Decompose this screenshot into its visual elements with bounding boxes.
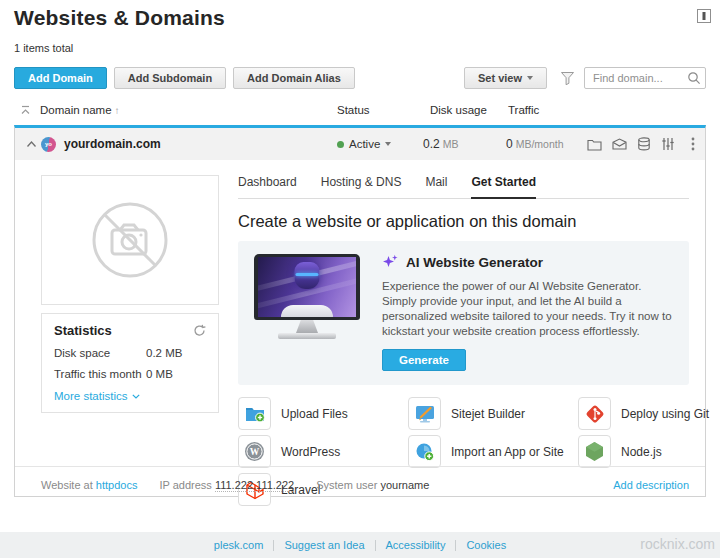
list-header: Domain name↑ Status Disk usage Traffic bbox=[0, 89, 720, 125]
stat-traffic-month: Traffic this month 0 MB bbox=[54, 368, 206, 380]
websites-domains-page: Websites & Domains 1 items total Add Dom… bbox=[0, 0, 720, 558]
watermark: rocknix.com bbox=[640, 536, 715, 552]
domain-name[interactable]: yourdomain.com bbox=[64, 137, 161, 151]
robot-monitor-image bbox=[254, 254, 360, 371]
page-footer: plesk.com Suggest an Idea Accessibility … bbox=[0, 532, 720, 558]
search-icon[interactable] bbox=[687, 71, 701, 85]
footer-link-cookies[interactable]: Cookies bbox=[456, 539, 516, 551]
traffic-value: 0MB/month bbox=[506, 137, 564, 151]
settings-sliders-icon[interactable] bbox=[661, 137, 675, 151]
tab-mail[interactable]: Mail bbox=[425, 175, 447, 198]
tab-hosting-dns[interactable]: Hosting & DNS bbox=[321, 175, 402, 198]
collapse-all-icon[interactable] bbox=[14, 105, 40, 116]
more-statistics-link[interactable]: More statistics bbox=[54, 390, 206, 402]
chevron-down-icon bbox=[385, 142, 391, 146]
sort-asc-icon: ↑ bbox=[115, 105, 120, 116]
footer-link-plesk[interactable]: plesk.com bbox=[204, 539, 274, 551]
site-preview-placeholder bbox=[41, 175, 219, 305]
tab-dashboard[interactable]: Dashboard bbox=[238, 175, 297, 198]
tab-get-started[interactable]: Get Started bbox=[471, 175, 536, 199]
set-view-label: Set view bbox=[478, 68, 522, 88]
add-domain-button[interactable]: Add Domain bbox=[14, 67, 107, 89]
collapse-panel-icon[interactable] bbox=[697, 9, 711, 23]
add-domain-alias-button[interactable]: Add Domain Alias bbox=[233, 67, 355, 89]
filter-icon[interactable] bbox=[560, 71, 575, 86]
ai-sparkle-icon bbox=[382, 254, 399, 271]
ai-generator-promo: AI Website Generator Experience the powe… bbox=[238, 241, 689, 385]
kebab-menu-icon[interactable] bbox=[691, 137, 695, 151]
disk-usage-value: 0.2MB bbox=[423, 137, 458, 151]
app-deploy-git[interactable]: Deploy using Git bbox=[578, 397, 720, 430]
statistics-card: Statistics Disk space 0.2 MB Traffic thi… bbox=[41, 313, 219, 413]
mail-icon[interactable] bbox=[612, 138, 627, 150]
chevron-down-icon bbox=[132, 394, 140, 399]
ip-address-value: 111.222.111.222 bbox=[215, 479, 294, 492]
status-active-dot bbox=[337, 141, 344, 148]
ip-address-info: IP address 111.222.111.222 bbox=[159, 479, 294, 491]
ai-promo-description: Experience the power of our AI Website G… bbox=[382, 279, 673, 339]
column-disk-usage[interactable]: Disk usage bbox=[430, 104, 508, 116]
collapse-row-icon[interactable] bbox=[15, 140, 41, 148]
footer-link-accessibility[interactable]: Accessibility bbox=[376, 539, 456, 551]
import-app-icon bbox=[408, 435, 441, 468]
status-dropdown[interactable]: Active bbox=[337, 138, 391, 150]
refresh-icon[interactable] bbox=[193, 324, 206, 337]
httpdocs-link[interactable]: httpdocs bbox=[96, 479, 138, 491]
section-heading: Create a website or application on this … bbox=[238, 212, 689, 231]
wordpress-icon: W bbox=[238, 435, 271, 468]
system-user-info: System user yourname bbox=[316, 479, 429, 491]
domain-card: yo yourdomain.com Active 0.2MB 0MB/month bbox=[14, 125, 706, 497]
app-wordpress[interactable]: W WordPress bbox=[238, 435, 398, 468]
sitejet-builder-icon bbox=[408, 397, 441, 430]
domain-tabs: Dashboard Hosting & DNS Mail Get Started bbox=[238, 175, 689, 199]
ai-promo-title: AI Website Generator bbox=[406, 255, 543, 270]
add-subdomain-button[interactable]: Add Subdomain bbox=[114, 67, 226, 89]
app-nodejs[interactable]: Node.js bbox=[578, 435, 720, 468]
git-icon bbox=[578, 397, 611, 430]
nodejs-icon bbox=[578, 435, 611, 468]
column-traffic[interactable]: Traffic bbox=[508, 104, 706, 116]
set-view-button[interactable]: Set view bbox=[464, 67, 547, 89]
column-domain-name[interactable]: Domain name↑ bbox=[40, 104, 337, 116]
domain-info-footer: Website at httpdocs IP address 111.222.1… bbox=[15, 466, 705, 496]
no-screenshot-icon bbox=[84, 194, 176, 286]
svg-text:W: W bbox=[250, 447, 260, 457]
stat-disk-space: Disk space 0.2 MB bbox=[54, 347, 206, 359]
items-total: 1 items total bbox=[14, 42, 706, 54]
add-description-link[interactable]: Add description bbox=[613, 479, 689, 491]
website-root-info: Website at httpdocs bbox=[41, 479, 137, 491]
app-upload-files[interactable]: Upload Files bbox=[238, 397, 398, 430]
app-import-app[interactable]: Import an App or Site bbox=[408, 435, 568, 468]
domain-favicon: yo bbox=[41, 137, 56, 152]
database-icon[interactable] bbox=[637, 137, 651, 151]
statistics-title: Statistics bbox=[54, 323, 112, 338]
page-title: Websites & Domains bbox=[14, 6, 706, 30]
system-user-value: yourname bbox=[380, 479, 429, 491]
domain-row: yo yourdomain.com Active 0.2MB 0MB/month bbox=[15, 128, 705, 160]
generate-button[interactable]: Generate bbox=[382, 349, 466, 371]
column-status[interactable]: Status bbox=[337, 104, 430, 116]
toolbar: Add Domain Add Subdomain Add Domain Alia… bbox=[14, 67, 706, 89]
status-label: Active bbox=[349, 138, 380, 150]
chevron-down-icon bbox=[527, 76, 533, 80]
upload-files-icon bbox=[238, 397, 271, 430]
footer-link-suggest-idea[interactable]: Suggest an Idea bbox=[274, 539, 374, 551]
app-sitejet-builder[interactable]: Sitejet Builder bbox=[408, 397, 568, 430]
files-icon[interactable] bbox=[587, 138, 602, 151]
